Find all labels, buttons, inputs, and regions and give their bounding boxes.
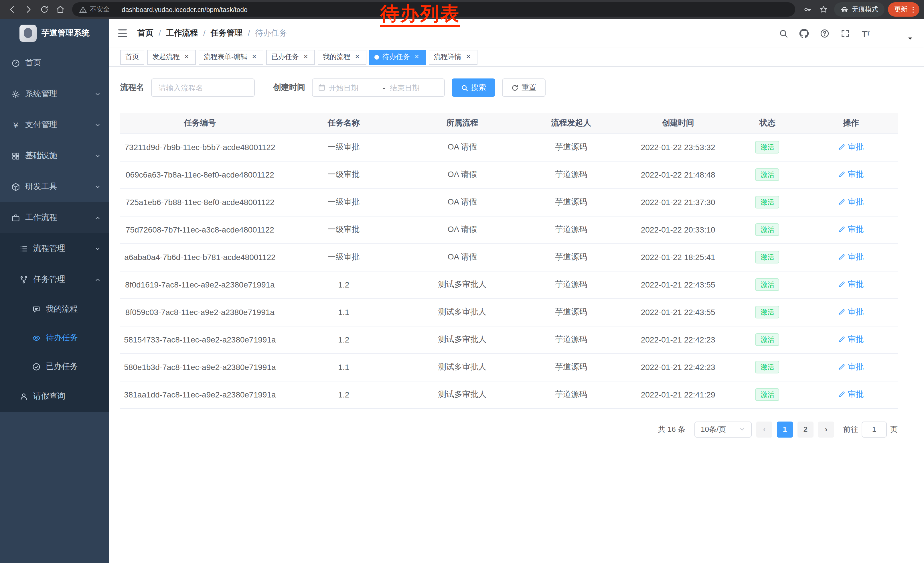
app-title: 芋道管理系统 [42, 28, 90, 38]
tab-close-icon[interactable]: × [183, 53, 190, 61]
browser-menu-icon[interactable] [909, 6, 917, 14]
security-label: 不安全 [90, 5, 110, 14]
chevron-down-icon [739, 426, 746, 432]
approve-button[interactable]: 审批 [838, 225, 864, 235]
approve-button[interactable]: 审批 [838, 170, 864, 180]
workflow-submenu: 流程管理 任务管理 我的流程 待办任务 [0, 233, 109, 412]
approve-button[interactable]: 审批 [838, 252, 864, 262]
sidebar-item-label: 工作流程 [25, 213, 57, 223]
breadcrumb-separator: / [159, 29, 161, 38]
sidebar-item-label: 流程管理 [33, 243, 65, 254]
check-circle-icon [32, 362, 40, 371]
tab-close-icon[interactable]: × [250, 53, 258, 61]
tab-initiate-process[interactable]: 发起流程× [147, 50, 196, 65]
app-logo[interactable]: 芋道管理系统 [0, 19, 109, 48]
sidebar-item-home[interactable]: 首页 [0, 48, 109, 78]
breadcrumb-workflow[interactable]: 工作流程 [166, 28, 198, 38]
end-date-input[interactable] [390, 83, 439, 92]
table-row: 75d72608-7b7f-11ec-a3c8-acde48001122 一级审… [120, 216, 898, 243]
table-row: 8f0d1619-7ac8-11ec-a9e2-a2380e71991a 1.2… [120, 271, 898, 299]
cell-created: 2022-01-21 22:42:23 [626, 326, 730, 353]
next-page-button[interactable]: › [818, 421, 834, 437]
sidebar-item-workflow[interactable]: 工作流程 [0, 202, 109, 233]
sidebar-item-infrastructure[interactable]: 基础设施 [0, 140, 109, 171]
sidebar-item-my-process[interactable]: 我的流程 [0, 295, 109, 324]
main-area: 首页 / 工作流程 / 任务管理 / 待办任务 TT [109, 19, 924, 563]
page-size-select[interactable]: 10条/页 [694, 421, 752, 437]
table-header-row: 任务编号 任务名称 所属流程 流程发起人 创建时间 状态 操作 [120, 113, 898, 134]
approve-button[interactable]: 审批 [838, 335, 864, 345]
tab-close-icon[interactable]: × [353, 53, 361, 61]
date-range-picker[interactable]: - [312, 78, 445, 97]
bookmark-star-icon[interactable] [816, 2, 831, 17]
sidebar-toggle-icon[interactable] [117, 27, 128, 39]
sidebar-item-done-tasks[interactable]: 已办任务 [0, 352, 109, 381]
status-badge: 激活 [755, 306, 780, 318]
sidebar-item-dev-tools[interactable]: 研发工具 [0, 171, 109, 202]
page-button-1[interactable]: 1 [777, 421, 793, 437]
font-size-icon[interactable]: TT [858, 25, 874, 41]
help-icon[interactable] [816, 25, 832, 41]
edit-pen-icon [838, 254, 846, 261]
breadcrumb-task-mgmt[interactable]: 任务管理 [211, 28, 243, 38]
sidebar-item-label: 研发工具 [25, 182, 57, 192]
key-icon[interactable] [800, 2, 814, 17]
prev-page-button[interactable]: ‹ [756, 421, 772, 437]
browser-forward-icon[interactable] [21, 2, 36, 17]
approve-button[interactable]: 审批 [838, 307, 864, 317]
sidebar-item-todo-tasks[interactable]: 待办任务 [0, 324, 109, 352]
tab-home[interactable]: 首页 [120, 50, 144, 65]
approve-label: 审批 [848, 362, 864, 372]
tab-todo-tasks[interactable]: 待办任务× [369, 50, 426, 65]
browser-home-icon[interactable] [52, 2, 68, 17]
tab-close-icon[interactable]: × [413, 53, 421, 61]
github-icon[interactable] [796, 25, 812, 41]
sidebar-item-leave-query[interactable]: 请假查询 [0, 381, 109, 412]
sidebar: 芋道管理系统 首页 系统管理 ¥ 支付管理 [0, 19, 109, 563]
cell-action: 审批 [804, 134, 898, 161]
start-date-input[interactable] [328, 83, 378, 92]
approve-button[interactable]: 审批 [838, 197, 864, 207]
reset-button[interactable]: 重置 [502, 78, 546, 97]
page-button-2[interactable]: 2 [798, 421, 813, 437]
cell-created: 2022-01-21 22:43:55 [626, 299, 730, 326]
approve-button[interactable]: 审批 [838, 389, 864, 400]
tab-process-form-edit[interactable]: 流程表单-编辑× [199, 50, 263, 65]
breadcrumb-current: 待办任务 [255, 28, 287, 38]
browser-back-icon[interactable] [4, 2, 20, 17]
cell-process: OA 请假 [408, 161, 517, 188]
sidebar-item-payment-mgmt[interactable]: ¥ 支付管理 [0, 110, 109, 140]
sidebar-item-system-mgmt[interactable]: 系统管理 [0, 78, 109, 110]
approve-button[interactable]: 审批 [838, 362, 864, 372]
cell-initiator: 芋道源码 [517, 353, 626, 381]
fullscreen-icon[interactable] [837, 25, 853, 41]
table-row: 725a1eb6-7b88-11ec-8ef0-acde48001122 一级审… [120, 188, 898, 216]
user-menu[interactable] [883, 23, 904, 44]
table-row: 381aa1dd-7ac8-11ec-a9e2-a2380e71991a 1.2… [120, 381, 898, 408]
cell-created: 2022-01-21 22:41:29 [626, 381, 730, 408]
approve-button[interactable]: 审批 [838, 279, 864, 290]
sidebar-item-process-mgmt[interactable]: 流程管理 [0, 233, 109, 264]
goto-page-input[interactable] [862, 421, 887, 437]
briefcase-icon [12, 213, 20, 222]
tab-process-detail[interactable]: 流程详情× [429, 50, 477, 65]
browser-refresh-icon[interactable] [37, 2, 51, 17]
top-navbar: 首页 / 工作流程 / 任务管理 / 待办任务 TT [109, 19, 924, 48]
cell-task-id: 75d72608-7b7f-11ec-a3c8-acde48001122 [120, 216, 280, 243]
search-button[interactable]: 搜索 [452, 78, 495, 97]
breadcrumb-home[interactable]: 首页 [137, 28, 153, 38]
approve-button[interactable]: 审批 [838, 142, 864, 152]
process-name-input[interactable] [151, 78, 255, 97]
browser-update-button[interactable]: 更新 [888, 2, 920, 17]
tab-label: 发起流程 [152, 52, 180, 62]
search-icon[interactable] [775, 25, 791, 41]
tab-close-icon[interactable]: × [302, 53, 310, 61]
approve-label: 审批 [848, 279, 864, 290]
tab-my-process[interactable]: 我的流程× [318, 50, 366, 65]
tab-close-icon[interactable]: × [464, 53, 472, 61]
tab-done-tasks[interactable]: 已办任务× [266, 50, 315, 65]
cell-status: 激活 [730, 134, 804, 161]
approve-label: 审批 [848, 335, 864, 345]
status-badge: 激活 [755, 168, 780, 181]
sidebar-item-task-mgmt[interactable]: 任务管理 [0, 264, 109, 295]
